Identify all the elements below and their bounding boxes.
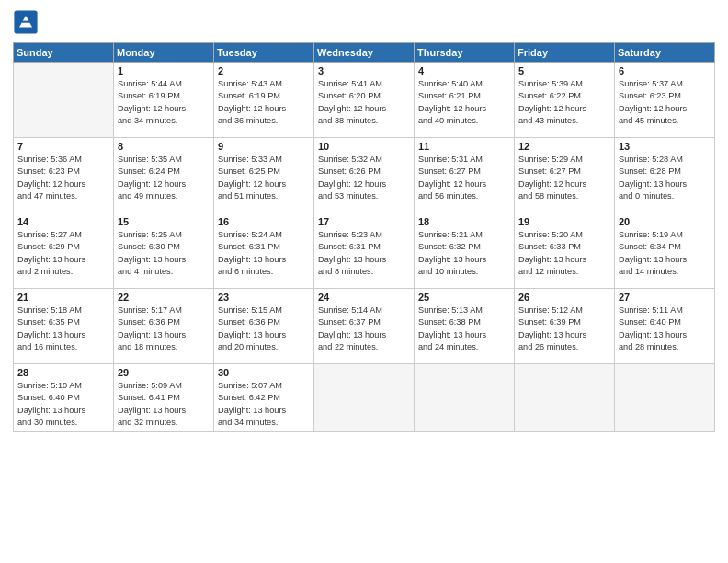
day-info: Sunrise: 5:36 AM Sunset: 6:23 PM Dayligh… — [17, 154, 109, 202]
calendar-day-cell: 1Sunrise: 5:44 AM Sunset: 6:19 PM Daylig… — [114, 63, 214, 138]
calendar-week-row: 21Sunrise: 5:18 AM Sunset: 6:35 PM Dayli… — [14, 289, 715, 364]
day-info: Sunrise: 5:32 AM Sunset: 6:26 PM Dayligh… — [318, 154, 410, 202]
day-number: 17 — [318, 216, 410, 227]
day-info: Sunrise: 5:24 AM Sunset: 6:31 PM Dayligh… — [218, 229, 310, 278]
day-number: 5 — [518, 65, 610, 76]
calendar-day-cell: 25Sunrise: 5:13 AM Sunset: 6:38 PM Dayli… — [415, 289, 515, 364]
page: SundayMondayTuesdayWednesdayThursdayFrid… — [0, 0, 728, 563]
calendar-week-row: 14Sunrise: 5:27 AM Sunset: 6:29 PM Dayli… — [14, 213, 715, 289]
calendar-day-cell: 10Sunrise: 5:32 AM Sunset: 6:26 PM Dayli… — [314, 138, 415, 213]
calendar-day-cell: 6Sunrise: 5:37 AM Sunset: 6:23 PM Daylig… — [615, 63, 715, 138]
day-number: 9 — [218, 141, 310, 152]
calendar-day-cell: 29Sunrise: 5:09 AM Sunset: 6:41 PM Dayli… — [114, 364, 214, 432]
day-info: Sunrise: 5:21 AM Sunset: 6:32 PM Dayligh… — [418, 229, 510, 278]
weekday-header: Saturday — [615, 43, 715, 63]
day-number: 11 — [418, 141, 510, 152]
day-number: 6 — [619, 65, 711, 76]
day-info: Sunrise: 5:31 AM Sunset: 6:27 PM Dayligh… — [418, 154, 510, 202]
calendar-day-cell — [415, 364, 515, 432]
day-number: 26 — [518, 292, 610, 303]
calendar-day-cell: 15Sunrise: 5:25 AM Sunset: 6:30 PM Dayli… — [114, 213, 214, 289]
calendar-day-cell: 8Sunrise: 5:35 AM Sunset: 6:24 PM Daylig… — [114, 138, 214, 213]
day-number: 4 — [418, 65, 510, 76]
calendar-day-cell — [314, 364, 415, 432]
day-number: 14 — [17, 216, 109, 227]
day-number: 1 — [118, 65, 210, 76]
day-info: Sunrise: 5:13 AM Sunset: 6:38 PM Dayligh… — [418, 304, 510, 353]
day-info: Sunrise: 5:10 AM Sunset: 6:40 PM Dayligh… — [17, 380, 109, 429]
day-info: Sunrise: 5:19 AM Sunset: 6:34 PM Dayligh… — [619, 229, 711, 278]
day-info: Sunrise: 5:41 AM Sunset: 6:20 PM Dayligh… — [318, 78, 410, 127]
calendar-week-row: 28Sunrise: 5:10 AM Sunset: 6:40 PM Dayli… — [14, 364, 715, 432]
day-info: Sunrise: 5:23 AM Sunset: 6:31 PM Dayligh… — [318, 229, 410, 278]
header — [13, 9, 715, 35]
weekday-header: Monday — [114, 43, 214, 63]
calendar-week-row: 1Sunrise: 5:44 AM Sunset: 6:19 PM Daylig… — [14, 63, 715, 138]
calendar-day-cell: 3Sunrise: 5:41 AM Sunset: 6:20 PM Daylig… — [314, 63, 415, 138]
day-info: Sunrise: 5:44 AM Sunset: 6:19 PM Dayligh… — [118, 78, 210, 127]
calendar-day-cell: 21Sunrise: 5:18 AM Sunset: 6:35 PM Dayli… — [14, 289, 114, 364]
day-number: 3 — [318, 65, 410, 76]
calendar-day-cell: 11Sunrise: 5:31 AM Sunset: 6:27 PM Dayli… — [415, 138, 515, 213]
day-number: 7 — [17, 141, 109, 152]
weekday-header: Sunday — [14, 43, 114, 63]
day-number: 24 — [318, 292, 410, 303]
calendar-week-row: 7Sunrise: 5:36 AM Sunset: 6:23 PM Daylig… — [14, 138, 715, 213]
day-info: Sunrise: 5:27 AM Sunset: 6:29 PM Dayligh… — [17, 229, 109, 278]
day-info: Sunrise: 5:25 AM Sunset: 6:30 PM Dayligh… — [118, 229, 210, 278]
calendar-day-cell: 12Sunrise: 5:29 AM Sunset: 6:27 PM Dayli… — [515, 138, 615, 213]
calendar-day-cell: 16Sunrise: 5:24 AM Sunset: 6:31 PM Dayli… — [214, 213, 314, 289]
calendar-day-cell: 28Sunrise: 5:10 AM Sunset: 6:40 PM Dayli… — [14, 364, 114, 432]
calendar-day-cell: 24Sunrise: 5:14 AM Sunset: 6:37 PM Dayli… — [314, 289, 415, 364]
day-number: 21 — [17, 292, 109, 303]
weekday-header: Thursday — [415, 43, 515, 63]
day-number: 19 — [518, 216, 610, 227]
day-info: Sunrise: 5:07 AM Sunset: 6:42 PM Dayligh… — [218, 380, 310, 429]
day-number: 15 — [118, 216, 210, 227]
svg-rect-2 — [22, 21, 29, 23]
calendar-day-cell: 2Sunrise: 5:43 AM Sunset: 6:19 PM Daylig… — [214, 63, 314, 138]
calendar-day-cell: 20Sunrise: 5:19 AM Sunset: 6:34 PM Dayli… — [615, 213, 715, 289]
calendar-day-cell: 22Sunrise: 5:17 AM Sunset: 6:36 PM Dayli… — [114, 289, 214, 364]
day-info: Sunrise: 5:39 AM Sunset: 6:22 PM Dayligh… — [518, 78, 610, 127]
calendar-day-cell: 19Sunrise: 5:20 AM Sunset: 6:33 PM Dayli… — [515, 213, 615, 289]
day-number: 28 — [17, 367, 109, 378]
calendar-day-cell: 5Sunrise: 5:39 AM Sunset: 6:22 PM Daylig… — [515, 63, 615, 138]
day-info: Sunrise: 5:33 AM Sunset: 6:25 PM Dayligh… — [218, 154, 310, 202]
day-info: Sunrise: 5:28 AM Sunset: 6:28 PM Dayligh… — [619, 154, 711, 202]
calendar-day-cell: 14Sunrise: 5:27 AM Sunset: 6:29 PM Dayli… — [14, 213, 114, 289]
day-number: 23 — [218, 292, 310, 303]
calendar-day-cell: 4Sunrise: 5:40 AM Sunset: 6:21 PM Daylig… — [415, 63, 515, 138]
day-number: 16 — [218, 216, 310, 227]
calendar-day-cell — [615, 364, 715, 432]
day-number: 8 — [118, 141, 210, 152]
day-number: 22 — [118, 292, 210, 303]
calendar-day-cell: 17Sunrise: 5:23 AM Sunset: 6:31 PM Dayli… — [314, 213, 415, 289]
weekday-header-row: SundayMondayTuesdayWednesdayThursdayFrid… — [14, 43, 715, 63]
calendar-day-cell: 27Sunrise: 5:11 AM Sunset: 6:40 PM Dayli… — [615, 289, 715, 364]
logo — [13, 9, 42, 35]
day-number: 10 — [318, 141, 410, 152]
weekday-header: Wednesday — [314, 43, 415, 63]
day-info: Sunrise: 5:37 AM Sunset: 6:23 PM Dayligh… — [619, 78, 711, 127]
calendar-day-cell: 26Sunrise: 5:12 AM Sunset: 6:39 PM Dayli… — [515, 289, 615, 364]
calendar-day-cell: 13Sunrise: 5:28 AM Sunset: 6:28 PM Dayli… — [615, 138, 715, 213]
day-info: Sunrise: 5:15 AM Sunset: 6:36 PM Dayligh… — [218, 304, 310, 353]
calendar-day-cell: 23Sunrise: 5:15 AM Sunset: 6:36 PM Dayli… — [214, 289, 314, 364]
day-info: Sunrise: 5:40 AM Sunset: 6:21 PM Dayligh… — [418, 78, 510, 127]
calendar-day-cell: 7Sunrise: 5:36 AM Sunset: 6:23 PM Daylig… — [14, 138, 114, 213]
day-number: 20 — [619, 216, 711, 227]
day-number: 12 — [518, 141, 610, 152]
day-info: Sunrise: 5:29 AM Sunset: 6:27 PM Dayligh… — [518, 154, 610, 202]
day-number: 13 — [619, 141, 711, 152]
day-info: Sunrise: 5:43 AM Sunset: 6:19 PM Dayligh… — [218, 78, 310, 127]
day-number: 25 — [418, 292, 510, 303]
day-number: 27 — [619, 292, 711, 303]
day-number: 29 — [118, 367, 210, 378]
calendar-day-cell: 18Sunrise: 5:21 AM Sunset: 6:32 PM Dayli… — [415, 213, 515, 289]
day-info: Sunrise: 5:09 AM Sunset: 6:41 PM Dayligh… — [118, 380, 210, 429]
day-number: 18 — [418, 216, 510, 227]
day-info: Sunrise: 5:17 AM Sunset: 6:36 PM Dayligh… — [118, 304, 210, 353]
weekday-header: Tuesday — [214, 43, 314, 63]
day-number: 30 — [218, 367, 310, 378]
